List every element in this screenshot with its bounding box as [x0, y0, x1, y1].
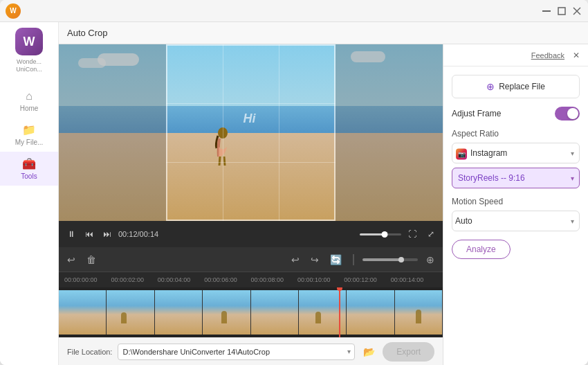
file-location-label: File Location:: [67, 348, 112, 356]
story-reels-wrapper: StoryReels -- 9:16 Feed -- 1:1 Feed -- 4…: [452, 168, 580, 188]
user-avatar[interactable]: W: [6, 3, 21, 19]
ruler-mark-7: 00:00:14:00: [391, 276, 437, 283]
ruler-mark-6: 00:00:12:00: [344, 276, 390, 283]
folder-browse-button[interactable]: 📂: [360, 344, 377, 360]
ruler-mark-0: 00:00:00:00: [64, 276, 111, 283]
timeline-toolbar: ↩ 🗑 ↩ ↪ 🔄 ⊕: [59, 247, 443, 272]
track-thumb-1: [107, 290, 154, 335]
sidebar-item-myfiles-label: My File...: [15, 139, 44, 146]
sidebar-item-home[interactable]: ⌂ Home: [0, 84, 58, 118]
video-canvas[interactable]: Hi: [59, 44, 443, 221]
timeline-ruler: 00:00:00:00 00:00:02:00 00:00:04:00 00:0…: [59, 272, 443, 287]
refresh-button[interactable]: 🔄: [327, 253, 344, 267]
undo-button-timeline[interactable]: ↩: [64, 253, 78, 267]
track-thumb-0: [59, 290, 107, 335]
aspect-ratio-select[interactable]: Instagram YouTube TikTok Facebook: [452, 143, 580, 163]
motion-speed-label: Motion Speed: [452, 197, 580, 206]
svg-line-5: [219, 157, 220, 166]
analyze-button[interactable]: Analyze: [452, 240, 511, 259]
panel-title: Auto Crop: [67, 28, 108, 38]
sidebar-item-tools-label: Tools: [21, 172, 37, 180]
minimize-button[interactable]: [541, 6, 552, 17]
right-panel-content: ⊕ Replace File Adjust Frame: [443, 66, 588, 267]
app-name: Wonde... UniCon...: [13, 58, 45, 73]
svg-rect-1: [558, 8, 565, 15]
export-button[interactable]: Export: [383, 342, 434, 362]
feedback-link[interactable]: Feedback: [531, 51, 564, 60]
bottom-bar: File Location: D:\Wondershare UniConvert…: [59, 337, 443, 365]
story-reels-select[interactable]: StoryReels -- 9:16 Feed -- 1:1 Feed -- 4…: [452, 168, 580, 188]
video-controls-bar: ⏸ ⏮ ⏭ 00:12/00:14 ⛶: [59, 221, 443, 247]
replace-file-label: Replace File: [499, 82, 545, 91]
sidebar-item-tools[interactable]: 🧰 Tools: [0, 152, 58, 186]
close-panel-button[interactable]: ✕: [570, 49, 582, 62]
maximize-button[interactable]: [556, 6, 567, 17]
file-path-select[interactable]: D:\Wondershare UniConverter 14\AutoCrop: [118, 344, 355, 360]
myfiles-icon: 📁: [22, 123, 36, 136]
ruler-mark-2: 00:00:04:00: [158, 276, 204, 283]
track-thumb-7: [395, 290, 443, 335]
toggle-knob: [567, 108, 578, 119]
prev-frame-button[interactable]: ⏮: [82, 228, 96, 240]
adjust-frame-toggle[interactable]: [555, 107, 580, 121]
control-icons: ⛶ ⤢: [405, 228, 437, 240]
sidebar: W Wonde... UniCon... ⌂ Home 📁 My File...…: [0, 22, 59, 365]
video-right-layout: Hi: [59, 44, 588, 365]
right-panel: Feedback ✕ ⊕ Replace File Adjust Fr: [443, 44, 588, 365]
svg-line-6: [224, 157, 225, 166]
aspect-ratio-label: Aspect Ratio: [452, 129, 580, 139]
main-layout: W Wonde... UniCon... ⌂ Home 📁 My File...…: [0, 22, 588, 365]
ruler-marks: 00:00:00:00 00:00:02:00 00:00:04:00 00:0…: [64, 276, 437, 283]
motion-speed-select[interactable]: Auto Slow Normal Fast: [452, 211, 580, 231]
zoom-in-button[interactable]: ⊕: [423, 253, 437, 267]
content-area: Auto Crop: [59, 22, 588, 365]
volume-thumb[interactable]: [382, 231, 388, 238]
main-window: W W Wonde... UniCon... ⌂ Home: [0, 0, 588, 365]
play-pause-button[interactable]: ⏸: [64, 228, 78, 240]
ruler-mark-4: 00:00:08:00: [251, 276, 297, 283]
svg-point-4: [218, 127, 228, 139]
autocrop-panel: Auto Crop: [59, 22, 588, 365]
redo-button[interactable]: ↪: [308, 253, 322, 267]
track-thumb-6: [347, 290, 394, 335]
next-frame-button[interactable]: ⏭: [100, 228, 114, 240]
title-bar: W: [0, 0, 588, 22]
motion-speed-section: Motion Speed Auto Slow Normal Fast ▾: [452, 197, 580, 231]
track-thumb-2: [155, 290, 203, 335]
replace-file-button[interactable]: ⊕ Replace File: [452, 75, 580, 98]
video-section: Hi: [59, 44, 443, 365]
panel-header: Auto Crop: [59, 22, 588, 44]
playhead[interactable]: [339, 287, 340, 337]
timeline-section: ↩ 🗑 ↩ ↪ 🔄 ⊕: [59, 247, 443, 337]
aspect-ratio-wrapper: Instagram YouTube TikTok Facebook 📷: [452, 143, 580, 163]
ruler-mark-3: 00:00:06:00: [204, 276, 250, 283]
adjust-frame-label: Adjust Frame: [452, 109, 501, 118]
fullscreen-button[interactable]: ⛶: [405, 228, 419, 240]
track-thumb-4: [251, 290, 299, 335]
aspect-ratio-section: Aspect Ratio Instagram YouTube TikTok Fa…: [452, 129, 580, 188]
delete-button-timeline[interactable]: 🗑: [84, 253, 99, 267]
adjust-frame-row: Adjust Frame: [452, 107, 580, 121]
app-logo: W: [15, 28, 43, 55]
motion-speed-wrapper: Auto Slow Normal Fast ▾: [452, 211, 580, 231]
time-display: 00:12/00:14: [118, 230, 158, 238]
video-overlay-text: Hi: [243, 112, 255, 126]
right-panel-header: Feedback ✕: [443, 44, 588, 66]
close-button[interactable]: [571, 6, 582, 17]
sidebar-item-myfiles[interactable]: 📁 My File...: [0, 118, 58, 152]
title-bar-controls: [541, 6, 582, 17]
volume-slider[interactable]: [360, 233, 401, 235]
timeline-track[interactable]: [59, 287, 443, 337]
undo-button[interactable]: ↩: [288, 253, 302, 267]
expand-button[interactable]: ⤢: [425, 228, 437, 240]
ruler-mark-1: 00:00:02:00: [111, 276, 157, 283]
home-icon: ⌂: [26, 90, 33, 103]
svg-rect-0: [542, 10, 551, 12]
sidebar-item-home-label: Home: [20, 105, 39, 112]
track-strip: [59, 290, 443, 335]
ruler-mark-5: 00:00:10:00: [297, 276, 344, 283]
replace-icon: ⊕: [486, 81, 495, 92]
tools-icon: 🧰: [22, 157, 36, 170]
track-thumb-3: [203, 290, 250, 335]
